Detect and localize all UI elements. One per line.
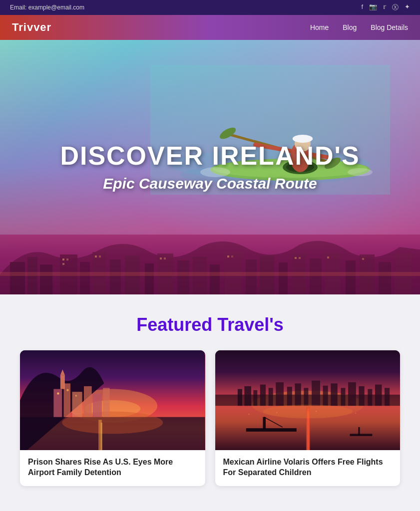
svg-rect-54 xyxy=(327,256,329,258)
pinterest-icon[interactable]: Ⓧ xyxy=(392,3,399,12)
svg-rect-74 xyxy=(101,423,102,450)
svg-rect-44 xyxy=(66,258,68,260)
svg-rect-86 xyxy=(304,388,308,406)
svg-rect-35 xyxy=(279,262,288,294)
email-label: Email: example@email.com xyxy=(10,4,84,11)
svg-rect-68 xyxy=(60,375,65,389)
svg-rect-41 xyxy=(379,262,391,294)
svg-point-71 xyxy=(66,389,68,391)
svg-rect-65 xyxy=(84,386,92,417)
svg-rect-81 xyxy=(260,385,265,406)
svg-rect-45 xyxy=(62,263,64,265)
svg-point-72 xyxy=(75,395,77,396)
nav-blog[interactable]: Blog xyxy=(343,23,357,31)
card-2-image xyxy=(215,350,401,450)
svg-rect-95 xyxy=(385,388,390,406)
svg-rect-87 xyxy=(312,381,320,406)
instagram-icon[interactable]: 📷 xyxy=(369,3,377,12)
svg-rect-27 xyxy=(145,263,154,294)
svg-point-108 xyxy=(315,411,316,412)
travel-card-1[interactable]: Prison Shares Rise As U.S. Eyes More Air… xyxy=(20,350,205,486)
svg-rect-83 xyxy=(276,382,284,406)
hero-bottom-cityscape xyxy=(0,235,420,294)
nav-links: Home Blog Blog Details xyxy=(310,23,408,31)
svg-rect-80 xyxy=(253,390,257,406)
svg-rect-105 xyxy=(358,427,360,435)
svg-rect-56 xyxy=(0,272,420,276)
svg-rect-10 xyxy=(293,137,313,140)
svg-rect-93 xyxy=(368,389,372,406)
svg-rect-82 xyxy=(268,388,273,406)
svg-point-100 xyxy=(263,405,353,418)
dribbble-icon[interactable]: ✦ xyxy=(405,3,410,12)
nav-blog-details[interactable]: Blog Details xyxy=(371,23,408,31)
svg-rect-79 xyxy=(244,386,251,406)
card-1-body: Prison Shares Rise As U.S. Eyes More Air… xyxy=(20,450,205,486)
card-2-title: Mexican Airline Volaris Offers Free Flig… xyxy=(223,457,393,478)
svg-rect-66 xyxy=(93,394,102,417)
svg-rect-104 xyxy=(350,434,372,436)
svg-point-106 xyxy=(248,414,249,415)
cards-grid: Prison Shares Rise As U.S. Eyes More Air… xyxy=(20,350,400,486)
hero-title: DISCOVER IRELAND'S xyxy=(42,142,378,170)
svg-rect-85 xyxy=(295,383,301,406)
svg-rect-92 xyxy=(359,386,364,406)
hero-subtitle: Epic Causeway Coastal Route xyxy=(42,176,378,193)
navbar: Trivver Home Blog Blog Details xyxy=(0,15,420,40)
svg-rect-25 xyxy=(110,259,121,294)
svg-rect-29 xyxy=(177,260,189,294)
logo: Trivver xyxy=(12,21,51,34)
svg-rect-94 xyxy=(375,385,381,406)
svg-rect-49 xyxy=(164,257,166,259)
svg-rect-23 xyxy=(80,262,90,294)
svg-point-70 xyxy=(57,392,59,394)
twitter-icon[interactable]: 𝕣 xyxy=(383,3,386,12)
svg-point-107 xyxy=(276,412,277,413)
svg-rect-51 xyxy=(231,256,233,257)
svg-point-109 xyxy=(355,413,356,414)
nav-home[interactable]: Home xyxy=(310,23,329,31)
svg-rect-47 xyxy=(99,256,101,257)
hero-section: DISCOVER IRELAND'S Epic Causeway Coastal… xyxy=(0,40,420,294)
travel-card-2[interactable]: Mexican Airline Volaris Offers Free Flig… xyxy=(215,350,401,486)
card-1-image xyxy=(20,350,205,450)
svg-rect-55 xyxy=(362,258,364,260)
svg-rect-102 xyxy=(263,417,266,430)
facebook-icon[interactable]: f xyxy=(361,3,363,12)
card-1-title: Prison Shares Rise As U.S. Eyes More Air… xyxy=(28,457,197,478)
svg-rect-101 xyxy=(246,428,296,432)
svg-rect-78 xyxy=(237,389,242,406)
svg-rect-48 xyxy=(160,257,162,259)
hero-text-block: DISCOVER IRELAND'S Epic Causeway Coastal… xyxy=(42,142,378,192)
svg-rect-88 xyxy=(323,386,328,406)
svg-rect-37 xyxy=(310,258,322,294)
svg-rect-52 xyxy=(295,257,297,259)
svg-rect-64 xyxy=(72,392,82,417)
svg-rect-90 xyxy=(341,388,345,406)
social-icons-group: f 📷 𝕣 Ⓧ ✦ xyxy=(361,3,410,12)
svg-rect-67 xyxy=(103,388,109,417)
svg-rect-84 xyxy=(287,387,292,406)
svg-rect-53 xyxy=(299,257,301,259)
svg-rect-19 xyxy=(10,262,25,294)
svg-rect-21 xyxy=(40,264,52,294)
svg-rect-33 xyxy=(246,259,257,294)
card-1-illustration xyxy=(20,350,205,450)
top-bar: Email: example@email.com f 📷 𝕣 Ⓧ ✦ xyxy=(0,0,420,15)
svg-rect-89 xyxy=(331,383,337,406)
svg-rect-50 xyxy=(227,256,229,257)
card-2-illustration xyxy=(215,350,401,450)
svg-rect-39 xyxy=(346,260,356,294)
svg-rect-43 xyxy=(62,258,64,260)
svg-rect-46 xyxy=(95,256,97,257)
featured-section: Featured Travel's xyxy=(0,294,420,501)
svg-rect-91 xyxy=(348,382,356,406)
svg-rect-31 xyxy=(210,264,220,294)
featured-title: Featured Travel's xyxy=(20,314,400,335)
card-2-body: Mexican Airline Volaris Offers Free Flig… xyxy=(215,450,401,486)
